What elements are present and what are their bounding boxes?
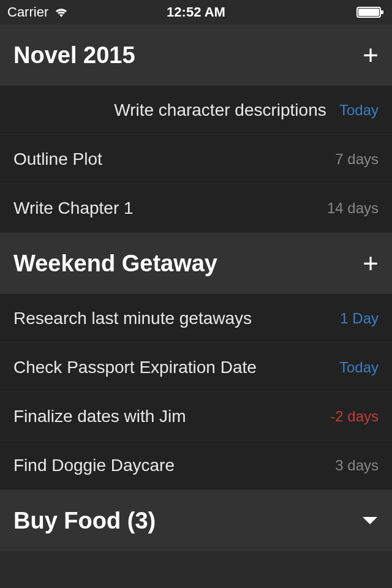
- section-header-weekend[interactable]: Weekend Getaway +: [0, 233, 392, 294]
- task-due: Today: [339, 102, 379, 119]
- wifi-icon: [53, 6, 69, 18]
- section-title: Weekend Getaway: [13, 251, 217, 277]
- task-title: Find Doggie Daycare: [13, 456, 175, 475]
- clock: 12:52 AM: [167, 4, 225, 20]
- add-icon[interactable]: +: [363, 250, 379, 277]
- svg-rect-1: [358, 9, 379, 16]
- task-due: 1 Day: [340, 310, 379, 327]
- task-due: 14 days: [327, 200, 379, 217]
- task-title: Write Chapter 1: [13, 198, 134, 218]
- task-row[interactable]: Write character descriptions Today: [0, 86, 392, 135]
- section-header-novel[interactable]: Novel 2015 +: [0, 24, 392, 86]
- section-header-buyfood[interactable]: Buy Food (3): [0, 490, 392, 551]
- task-title: Write character descriptions: [114, 100, 326, 120]
- task-due: Today: [339, 359, 379, 376]
- chevron-down-icon[interactable]: [361, 514, 379, 527]
- task-row[interactable]: Outline Plot 7 days: [0, 135, 392, 184]
- task-title: Outline Plot: [13, 149, 102, 169]
- task-title: Finalize dates with Jim: [13, 407, 186, 426]
- task-row[interactable]: Write Chapter 1 14 days: [0, 184, 392, 233]
- add-icon[interactable]: +: [363, 42, 379, 69]
- svg-rect-2: [381, 10, 383, 14]
- task-due: -2 days: [330, 408, 379, 425]
- status-bar: Carrier 12:52 AM: [0, 0, 392, 24]
- task-row[interactable]: Research last minute getaways 1 Day: [0, 294, 392, 343]
- carrier-label: Carrier: [7, 4, 48, 20]
- battery-icon: [356, 6, 385, 18]
- empty-area: [0, 551, 392, 588]
- task-due: 3 days: [335, 457, 379, 474]
- task-row[interactable]: Check Passport Expiration Date Today: [0, 343, 392, 392]
- task-due: 7 days: [335, 151, 379, 168]
- task-title: Research last minute getaways: [13, 309, 252, 328]
- section-title: Novel 2015: [13, 42, 135, 69]
- task-row[interactable]: Finalize dates with Jim -2 days: [0, 392, 392, 441]
- task-title: Check Passport Expiration Date: [13, 358, 257, 377]
- task-row[interactable]: Find Doggie Daycare 3 days: [0, 441, 392, 490]
- section-title: Buy Food (3): [13, 508, 156, 534]
